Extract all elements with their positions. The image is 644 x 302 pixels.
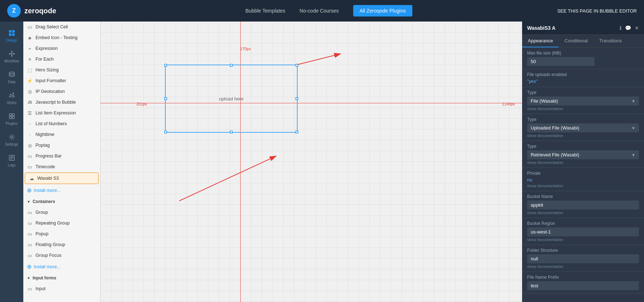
repeating-group-icon: ▭	[27, 220, 33, 226]
sidebar-item-styles[interactable]: Styles	[0, 88, 23, 108]
panel-item-nighttime[interactable]: · Nighttime	[23, 129, 100, 140]
nav-link-nocode-courses[interactable]: No-code Courses	[300, 8, 339, 14]
install-more-2[interactable]: ⊕ Install more...	[23, 261, 100, 273]
folder-structure-label: Folder Structure	[527, 248, 639, 253]
sidebar-item-workflow[interactable]: Workflow	[0, 46, 23, 67]
expression-icon: +	[27, 46, 33, 51]
sidebar-item-logs[interactable]: Logs	[0, 150, 23, 171]
close-icon[interactable]: ✕	[635, 25, 639, 31]
cta-button[interactable]: All Zeroqode Plugins	[353, 5, 412, 16]
guide-line-vertical	[240, 22, 241, 302]
folder-structure-subdoc[interactable]: show documentation	[527, 264, 639, 269]
sidebar-item-plugins[interactable]: Plugins	[0, 108, 23, 129]
prop-type-1: Type File (Wasabi) ▼ show documentation	[522, 87, 644, 114]
type-1-value: File (Wasabi)	[531, 98, 558, 104]
panel-item-input-formatter[interactable]: ⚡ Input Formatter	[23, 75, 100, 86]
see-in-bubble-editor-link[interactable]: SEE THIS PAGE IN BUBBLE EDITOR	[557, 8, 637, 14]
panel-item-javascript-to-bubble[interactable]: JS Javascript to Bubble	[23, 97, 100, 108]
data-label: Data	[8, 80, 15, 84]
handle-bl[interactable]	[164, 131, 167, 133]
panel-item-for-each[interactable]: ≡ For Each	[23, 54, 100, 65]
type-2-value: Uploaded File (Wasabi)	[531, 125, 579, 131]
sidebar-item-settings[interactable]: Settings	[0, 129, 23, 150]
folder-structure-input[interactable]	[527, 254, 639, 263]
svg-rect-14	[9, 117, 11, 119]
inputforms-section-header[interactable]: ▼ Input forms	[23, 273, 100, 283]
tab-appearance[interactable]: Appearance	[522, 35, 559, 47]
panel-item-list-item-expression[interactable]: ☰ List Item Expression	[23, 108, 100, 118]
private-subdoc[interactable]: show documentation	[527, 184, 639, 188]
private-value: no	[527, 177, 639, 183]
install-more-1[interactable]: ⊕ Install more...	[23, 184, 100, 196]
svg-point-11	[13, 93, 14, 94]
bucket-name-subdoc[interactable]: show documentation	[527, 211, 639, 215]
drag-select-cell-icon: ▭	[27, 24, 33, 30]
sidebar-item-design[interactable]: Design	[0, 25, 23, 46]
panel-item-drag-select-cell[interactable]: ▭ Drag Select Cell	[23, 22, 100, 32]
list-of-numbers-label: List of Numbers	[35, 121, 67, 126]
panel-item-timecode[interactable]: ▭ Timecode	[23, 161, 100, 172]
measure-left: 201px	[136, 102, 147, 106]
containers-arrow: ▼	[27, 200, 30, 204]
panel-item-expression[interactable]: + Expression	[23, 43, 100, 54]
repeating-group-label: Repeating Group	[35, 221, 70, 226]
nav-link-bubble-templates[interactable]: Bubble Templates	[246, 8, 285, 14]
panel-item-progress-bar[interactable]: ▭ Progress Bar	[23, 151, 100, 161]
svg-rect-15	[12, 117, 14, 119]
handle-bc[interactable]	[230, 131, 233, 133]
panel-item-ip-geolocation[interactable]: ◎ IP Geolocation	[23, 86, 100, 97]
info-icon[interactable]: ℹ	[620, 25, 621, 31]
panel-item-group-focus[interactable]: ▭ Group Focus	[23, 250, 100, 261]
panel-item-poptag[interactable]: ◎ Poptag	[23, 140, 100, 151]
handle-tc[interactable]	[230, 64, 233, 67]
comment-icon[interactable]: 💬	[625, 25, 631, 31]
bucket-region-input[interactable]	[527, 227, 639, 236]
svg-line-22	[179, 156, 276, 201]
handle-tl[interactable]	[164, 64, 167, 67]
type-2-select[interactable]: Uploaded File (Wasabi) ▼	[527, 123, 639, 132]
panel-item-embed-icon-testing[interactable]: ◈ Embed Icon - Testing	[23, 32, 100, 43]
tab-conditional[interactable]: Conditional	[559, 35, 593, 47]
tab-transitions[interactable]: Transitions	[593, 35, 628, 47]
svg-point-7	[13, 53, 15, 55]
bucket-name-input[interactable]	[527, 200, 639, 209]
file-name-prefix-input[interactable]	[527, 281, 639, 290]
panel-item-repeating-group[interactable]: ▭ Repeating Group	[23, 218, 100, 228]
type-1-select[interactable]: File (Wasabi) ▼	[527, 96, 639, 105]
logo-text: zeroqode	[24, 7, 56, 15]
svg-point-16	[11, 136, 13, 138]
containers-section-header[interactable]: ▼ Containers	[23, 196, 100, 207]
handle-br[interactable]	[295, 131, 298, 133]
type-3-select[interactable]: Retrieved File (Wasabi) ▼	[527, 150, 639, 159]
upload-element[interactable]: upload here	[165, 65, 298, 133]
bucket-region-subdoc[interactable]: show documentation	[527, 237, 639, 242]
panel-item-wasabi-s3[interactable]: ☁ Wasabi S3	[25, 173, 99, 184]
group-label: Group	[35, 210, 48, 215]
type-2-subdoc[interactable]: show documentation	[527, 133, 639, 138]
logs-icon	[8, 154, 16, 162]
type-3-subdoc[interactable]: show documentation	[527, 160, 639, 165]
sidebar-item-data[interactable]: Data	[0, 67, 23, 88]
max-file-size-input[interactable]	[527, 57, 595, 66]
floating-group-label: Floating Group	[35, 242, 65, 247]
type-1-subdoc[interactable]: show documentation	[527, 107, 639, 111]
type-3-value: Retrieved File (Wasabi)	[531, 152, 579, 157]
panel-item-popup[interactable]: ▭ Popup	[23, 228, 100, 239]
embed-icon-testing-icon: ◈	[27, 35, 33, 41]
handle-ml[interactable]	[164, 97, 167, 100]
prop-type-2: Type Uploaded File (Wasabi) ▼ show docum…	[522, 114, 644, 141]
panel-item-floating-group[interactable]: ▭ Floating Group	[23, 239, 100, 250]
handle-tr[interactable]	[295, 64, 298, 67]
prop-type-3: Type Retrieved File (Wasabi) ▼ show docu…	[522, 141, 644, 168]
handle-mr[interactable]	[295, 97, 298, 100]
prop-file-name-prefix: File Name Prefix	[522, 272, 644, 293]
panel-item-hero-sizing[interactable]: ⬚ Hero Sizing	[23, 65, 100, 75]
bucket-name-label: Bucket Name	[527, 194, 639, 199]
panel-item-input[interactable]: ▭ Input	[23, 283, 100, 294]
hero-sizing-icon: ⬚	[27, 67, 33, 73]
type-1-label: Type	[527, 90, 639, 95]
panel-item-list-of-numbers[interactable]: ··· List of Numbers	[23, 118, 100, 129]
measure-right: 1140px	[502, 102, 515, 106]
panel-item-group[interactable]: ▭ Group	[23, 207, 100, 218]
left-sidebar: Design Workflow Data Styles Plugins Sett…	[0, 22, 23, 302]
